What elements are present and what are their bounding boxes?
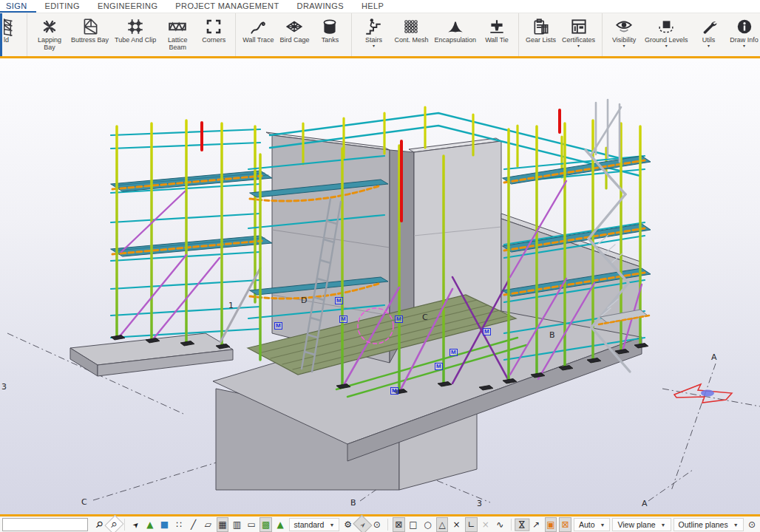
ribbon-item-label: Certificates (562, 36, 595, 44)
select-cursor-icon[interactable]: ➤ (126, 515, 145, 532)
tie-marker[interactable]: M (483, 328, 491, 335)
snap-cross-icon[interactable]: × (450, 517, 463, 532)
scaffold-icon (4, 16, 17, 36)
grid-alt-icon[interactable]: ▥ (231, 517, 243, 532)
snap-square-icon[interactable]: □ (407, 517, 420, 532)
triangle-tool-icon[interactable]: ▲ (144, 517, 157, 532)
tab-label: DRAWINGS (297, 1, 344, 10)
ground-levels-dropdown-caret[interactable]: ▾ (665, 44, 668, 48)
tab-help[interactable]: HELP (353, 0, 393, 13)
snap-endpoint-icon[interactable]: ⊠ (393, 517, 405, 532)
tie-marker[interactable]: M (274, 322, 282, 330)
ribbon-item-stairs[interactable]: Stairs ▾ (356, 16, 391, 48)
snap-midpoint-icon[interactable]: ⋈ (515, 519, 529, 531)
snap-axis-icon[interactable]: × (480, 517, 492, 532)
model-viewport[interactable]: 3CB3AA1DCBMMMMMMMM (0, 58, 760, 514)
ribbon-item-scaffold[interactable]: ld (4, 16, 23, 44)
ribbon-item-label: Stairs (365, 36, 382, 44)
ribbon-item-ground-levels[interactable]: Ground Levels ▾ (642, 16, 691, 48)
tab-engineering[interactable]: ENGINEERING (89, 0, 166, 13)
snap-cursor-icon[interactable]: ➢ (353, 515, 372, 532)
cube-3d-icon[interactable]: ▱ (202, 517, 214, 532)
object-snap-icon[interactable]: ⊠ (559, 517, 571, 532)
ribbon-item-wall-trace[interactable]: Wall Trace (240, 16, 276, 44)
tie-marker[interactable]: M (339, 316, 347, 323)
ribbon-item-corners[interactable]: Corners (196, 16, 231, 44)
ribbon-item-label: ld (4, 36, 9, 44)
buttress-bay-icon (81, 16, 100, 36)
ribbon-item-bird-cage[interactable]: Bird Cage (276, 16, 312, 44)
snap-extend-icon[interactable]: ↗ (530, 517, 543, 532)
ribbon-item-label: Tube And Clip (115, 36, 156, 44)
tie-marker[interactable]: M (335, 297, 343, 304)
outline-planes-dropdown[interactable]: Outline planes▼ (674, 518, 744, 531)
north-arrow-symbol (674, 384, 732, 403)
zoom-window-icon[interactable]: ⚲ (104, 515, 123, 532)
command-input[interactable] (2, 518, 88, 531)
ribbon-item-gear-lists[interactable]: Gear Lists (523, 16, 559, 44)
line-tool-icon[interactable]: ╱ (187, 517, 200, 532)
snap-triangle-icon[interactable]: △ (436, 517, 449, 532)
draw-info-dropdown-caret[interactable]: ▾ (743, 44, 745, 48)
planes-eye-icon[interactable]: ⊙ (746, 517, 759, 532)
view-plane-dropdown[interactable]: View plane▼ (612, 518, 671, 531)
ribbon-item-buttress-bay[interactable]: Buttress Bay (68, 16, 112, 44)
wall-tie-icon (487, 16, 506, 36)
plane-tool-icon[interactable]: ■ (158, 517, 171, 532)
utils-dropdown-caret[interactable]: ▾ (708, 44, 710, 48)
ribbon-item-label: Corners (202, 36, 225, 44)
tie-marker[interactable]: M (395, 316, 403, 323)
tab-label: ENGINEERING (98, 1, 157, 10)
render-image-icon[interactable]: ▩ (259, 517, 272, 532)
snap-circle-icon[interactable]: ○ (421, 517, 434, 532)
visibility-eye-icon[interactable]: ⊙ (371, 517, 384, 532)
snap-perpendicular-icon[interactable]: ∟ (465, 517, 478, 532)
ribbon-item-visibility[interactable]: Visibility ▾ (606, 16, 642, 48)
scaffold-3d-model[interactable] (0, 58, 760, 514)
settings-gear-icon[interactable]: ⚙ (342, 517, 354, 532)
ribbon-item-wall-tie[interactable]: Wall Tie (479, 16, 515, 44)
tab-design[interactable]: SIGN (0, 0, 36, 13)
ribbon-item-encapsulation[interactable]: Encapsulation (431, 16, 479, 44)
visibility-icon (614, 16, 634, 36)
ribbon-item-certificates[interactable]: Certificates ▾ (559, 16, 598, 48)
level-up-icon[interactable]: ▲ (274, 517, 287, 532)
axis-label-B: B (350, 498, 356, 508)
stairs-dropdown-caret[interactable]: ▾ (373, 44, 375, 48)
axis-label-A: A (711, 352, 717, 362)
tab-drawings[interactable]: DRAWINGS (288, 0, 353, 13)
tie-marker[interactable]: M (449, 349, 458, 356)
ribbon-item-tanks[interactable]: Tanks (312, 16, 347, 44)
tab-editing[interactable]: EDITING (36, 0, 89, 13)
visibility-dropdown-caret[interactable]: ▾ (623, 44, 625, 48)
ribbon-item-label: Tanks (322, 36, 339, 44)
auto-dropdown[interactable]: Auto▼ (574, 518, 611, 531)
tie-marker[interactable]: M (435, 363, 443, 370)
view-window-icon[interactable]: ▭ (245, 517, 258, 532)
ribbon-item-tube-and-clip[interactable]: Tube And Clip (112, 16, 159, 44)
view-plane-dropdown-value: View plane (617, 520, 655, 529)
menu-bar: SIGN EDITING ENGINEERING PROJECT MANAGEM… (0, 0, 760, 13)
ortho-mode-icon[interactable]: ▣ (545, 517, 557, 532)
tab-label: EDITING (45, 1, 80, 10)
tie-marker[interactable]: M (390, 387, 398, 395)
axis-label-C: C (81, 497, 87, 507)
grid-snap-icon[interactable]: ▦ (217, 517, 229, 532)
ribbon-group-tools: Visibility ▾ Ground Levels ▾ Utils ▾ (603, 13, 760, 56)
corners-icon (205, 16, 223, 36)
lattice-beam-icon (168, 16, 187, 36)
standard-dropdown-value: standard (294, 520, 325, 529)
ribbon-item-lattice-beam[interactable]: Lattice Beam (159, 16, 196, 51)
snap-curve-icon[interactable]: ∿ (494, 517, 506, 532)
tab-project-management[interactable]: PROJECT MANAGEMENT (166, 0, 288, 13)
ribbon-item-cont-mesh[interactable]: Cont. Mesh (391, 16, 431, 44)
ribbon-item-utils[interactable]: Utils ▾ (691, 16, 727, 48)
ribbon-item-lapping-bay[interactable]: Lapping Bay (31, 16, 68, 51)
points-grid-icon[interactable]: ∷ (173, 517, 186, 532)
ribbon-item-label: Draw Info (730, 36, 759, 44)
standard-dropdown[interactable]: standard▼ (289, 518, 340, 531)
certificates-dropdown-caret[interactable]: ▾ (577, 44, 580, 48)
ribbon-item-draw-info[interactable]: Draw Info ▾ (727, 16, 760, 48)
ribbon-item-label: Ground Levels (645, 36, 688, 44)
encapsulation-icon (446, 16, 465, 36)
